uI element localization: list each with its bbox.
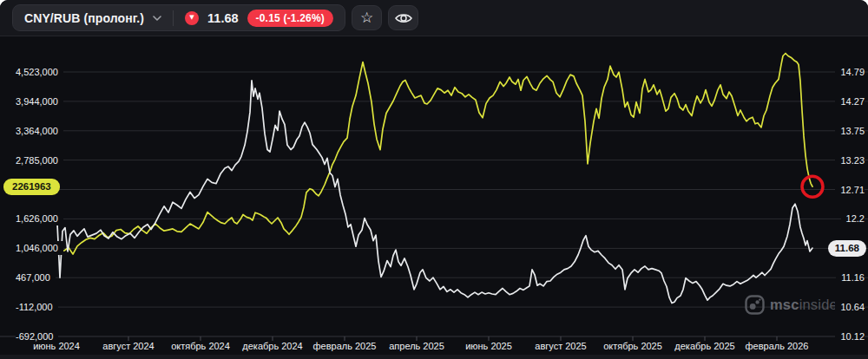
current-value-badge-right: 11.68 bbox=[828, 240, 866, 257]
left-axis-label: 4,523,000 bbox=[16, 65, 63, 79]
chart-header: CNY/RUB (пролонг.) ▼ 11.68 -0.15 (-1.26%… bbox=[0, 0, 868, 36]
chart-canvas[interactable] bbox=[0, 0, 868, 359]
x-axis-label: июнь 2025 bbox=[465, 341, 512, 351]
x-axis-label: февраль 2025 bbox=[313, 341, 377, 351]
series-open-interest bbox=[43, 54, 812, 255]
symbol-selector[interactable]: CNY/RUB (пролонг.) ▼ 11.68 -0.15 (-1.26%… bbox=[12, 4, 345, 31]
x-axis-label: февраль 2026 bbox=[746, 341, 809, 351]
bottom-strip bbox=[0, 355, 868, 359]
chart-widget: CNY/RUB (пролонг.) ▼ 11.68 -0.15 (-1.26%… bbox=[0, 0, 868, 359]
x-axis-label: июнь 2024 bbox=[33, 341, 80, 351]
star-icon: ☆ bbox=[360, 10, 373, 25]
mscinsider-logo-icon bbox=[745, 295, 765, 315]
right-axis-label: 10.12 bbox=[835, 330, 865, 343]
watch-button[interactable] bbox=[388, 5, 418, 30]
x-axis-label: апрель 2025 bbox=[389, 341, 444, 351]
left-axis-label: 3,364,000 bbox=[16, 124, 63, 138]
right-axis-label: 13.75 bbox=[835, 124, 865, 138]
x-axis-label: август 2024 bbox=[102, 341, 154, 351]
right-axis-label: 13.23 bbox=[835, 153, 865, 167]
right-axis-label: 12.71 bbox=[835, 183, 865, 197]
left-axis-label: 1,046,000 bbox=[16, 241, 63, 255]
right-axis-label: 14.79 bbox=[835, 65, 865, 79]
eye-icon bbox=[395, 12, 412, 24]
down-triangle-glyph: ▼ bbox=[189, 15, 194, 21]
left-axis-label: 2,785,000 bbox=[16, 153, 63, 167]
left-axis-label: 467,000 bbox=[16, 271, 56, 284]
x-axis-label: октябрь 2024 bbox=[171, 341, 230, 351]
right-axis-label: 11.16 bbox=[836, 271, 865, 284]
left-axis-label: -112,000 bbox=[16, 300, 58, 314]
price-down-icon: ▼ bbox=[185, 11, 199, 25]
price-change-badge: -0.15 (-1.26%) bbox=[247, 10, 334, 27]
watermark-bold: msc bbox=[770, 297, 799, 312]
right-axis-label: 10.64 bbox=[835, 300, 865, 314]
x-axis-label: декабрь 2025 bbox=[674, 341, 734, 351]
header-divider bbox=[173, 10, 174, 26]
chevron-down-icon[interactable] bbox=[153, 16, 161, 21]
right-axis-label: 12.2 bbox=[841, 212, 865, 225]
left-axis-label: 3,944,000 bbox=[16, 95, 63, 108]
series-price bbox=[43, 81, 812, 304]
favorite-button[interactable]: ☆ bbox=[352, 5, 382, 30]
current-value-badge-left: 2261963 bbox=[3, 179, 60, 195]
left-axis-label: 1,626,000 bbox=[16, 212, 63, 225]
x-axis-label: август 2025 bbox=[535, 341, 586, 351]
last-price: 11.68 bbox=[207, 11, 239, 25]
x-axis-label: декабрь 2024 bbox=[242, 341, 302, 351]
x-axis-label: октябрь 2025 bbox=[603, 341, 662, 351]
symbol-name: CNY/RUB (пролонг.) bbox=[24, 11, 144, 25]
right-axis-label: 14.27 bbox=[835, 95, 865, 108]
watermark: mscinsider bbox=[745, 295, 843, 315]
